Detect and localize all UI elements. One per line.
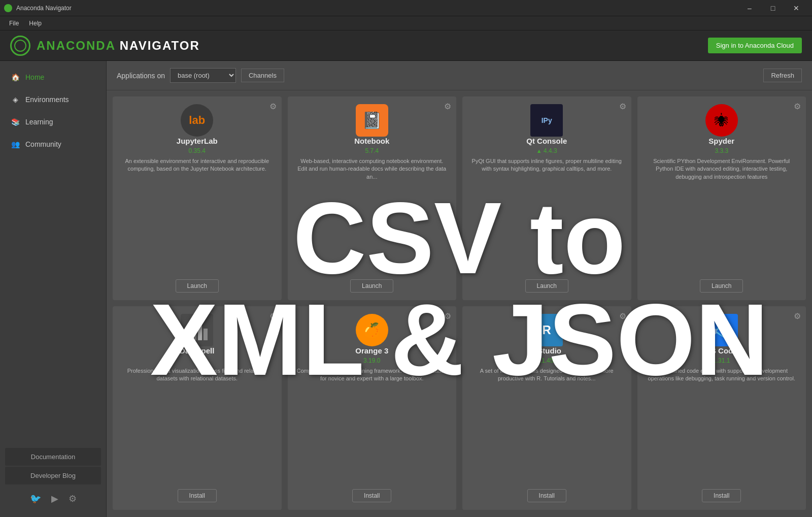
orange-version: 3.19.0 [363,357,380,364]
sidebar-item-learning[interactable]: 📚 Learning [0,111,106,133]
rstudio-logo-text: R [543,323,551,337]
jupyterlab-desc: An extensible environment for interactiv… [120,157,274,274]
qtconsole-desc: PyQt GUI that supports inline figures, p… [470,157,624,274]
notebook-version: 5.7.4 [365,147,379,154]
gear-icon-rstudio[interactable]: ⚙ [619,311,626,321]
notebook-name: Notebook [354,137,389,145]
qtconsole-version: ▲ 4.4.3 [536,147,557,154]
developer-blog-link[interactable]: Developer Blog [5,467,101,484]
gear-icon-qtconsole[interactable]: ⚙ [619,102,626,111]
rstudio-logo: R [530,314,563,346]
jupyterlab-name: JupyterLab [177,137,218,145]
qtconsole-name: Qt Console [526,137,567,145]
spyder-launch-button[interactable]: Launch [700,279,743,293]
environment-select[interactable]: base (root) root [170,68,236,83]
sidebar-label-environments: Environments [25,95,69,104]
menu-help[interactable]: Help [24,18,47,29]
sign-in-button[interactable]: Sign in to Anaconda Cloud [708,38,802,53]
community-icon: 👥 [10,139,20,149]
dataviz-desc: Professional data visualization across f… [120,367,274,484]
svg-rect-3 [204,329,208,340]
gear-icon-orange[interactable]: ⚙ [444,311,451,321]
sidebar-item-community[interactable]: 👥 Community [0,133,106,155]
channels-button[interactable]: Channels [241,69,284,82]
notebook-launch-button[interactable]: Launch [350,279,393,293]
gear-icon-notebook[interactable]: ⚙ [444,102,451,111]
orange-logo-icon: 🍊 [363,322,381,339]
orange-desc: Component based data mining framework. D… [295,367,449,484]
title-bar-left: Anaconda Navigator [4,4,72,12]
spyder-logo-icon: 🕷 [715,112,729,129]
dataviz-logo-svg [184,317,210,343]
app-card-vscode: ⚙ VS Code 1.31.1 Streamlined code editor… [637,306,806,510]
home-icon: 🏠 [10,72,20,82]
logo-navigator: NAVIGATOR [120,39,200,52]
app-card-orange: ⚙ 🍊 Orange 3 3.19.0 Component based data… [288,306,457,510]
jupyterlab-logo: lab [181,104,213,137]
vscode-name: VS Code [706,346,737,355]
notebook-desc: Web-based, interactive computing noteboo… [295,157,449,274]
svg-rect-2 [198,322,202,340]
gear-icon-spyder[interactable]: ⚙ [794,102,801,111]
vscode-logo-svg [709,318,734,342]
app-header: ANACONDA NAVIGATOR Sign in to Anaconda C… [0,30,812,61]
logo-area: ANACONDA NAVIGATOR [10,36,200,56]
maximize-button[interactable]: □ [761,0,785,16]
gear-icon-jupyterlab[interactable]: ⚙ [269,102,277,111]
app-title: Anaconda Navigator [16,5,72,12]
dataviz-install-button[interactable]: Install [178,489,217,502]
sidebar-label-community: Community [25,140,61,148]
app-card-qtconsole: ⚙ IPy Qt Console ▲ 4.4.3 PyQt GUI that s… [462,96,631,300]
qtconsole-logo: IPy [530,104,563,137]
documentation-link[interactable]: Documentation [5,448,101,466]
spyder-name: Spyder [708,137,734,145]
dataviz-version: 0.3 [193,357,201,364]
learning-icon: 📚 [10,117,20,127]
dataviz-logo [181,314,213,346]
window-controls: – □ ✕ [738,0,808,16]
sidebar: 🏠 Home ◈ Environments 📚 Learning 👥 Commu… [0,61,107,517]
vscode-version: 1.31.1 [713,357,730,364]
environments-icon: ◈ [10,94,20,105]
title-bar: Anaconda Navigator – □ ✕ [0,0,812,16]
jupyterlab-launch-button[interactable]: Launch [176,279,219,293]
notebook-logo-icon: 📓 [362,111,382,130]
svg-rect-0 [187,333,191,340]
twitter-icon[interactable]: 🐦 [30,493,41,504]
app-card-notebook: ⚙ 📓 Notebook 5.7.4 Web-based, interactiv… [288,96,457,300]
minimize-button[interactable]: – [738,0,761,16]
github-icon[interactable]: ⚙ [69,493,77,504]
youtube-icon[interactable]: ▶ [51,493,58,504]
gear-icon-vscode[interactable]: ⚙ [794,311,801,321]
sidebar-item-environments[interactable]: ◈ Environments [0,88,106,111]
gear-icon-dataviz[interactable]: ⚙ [269,311,277,321]
qtconsole-launch-button[interactable]: Launch [525,279,568,293]
logo-anaconda: ANACONDA [37,39,115,52]
main-layout: 🏠 Home ◈ Environments 📚 Learning 👥 Commu… [0,61,812,517]
logo-icon [10,36,30,56]
spyder-logo: 🕷 [705,104,738,137]
orange-install-button[interactable]: Install [352,489,391,502]
rstudio-install-button[interactable]: Install [527,489,566,502]
sidebar-item-home[interactable]: 🏠 Home [0,66,106,88]
content-header: Applications on base (root) root Channel… [107,61,812,90]
menu-file[interactable]: File [4,18,24,29]
app-card-dataviz: ⚙ DataSpell 0.3 Professional data visual… [113,306,282,510]
jupyterlab-version: 0.35.4 [189,147,206,154]
refresh-button[interactable]: Refresh [763,69,802,82]
vscode-desc: Streamlined code editor with support for… [645,367,799,484]
svg-rect-1 [192,328,196,340]
sidebar-bottom: Documentation Developer Blog 🐦 ▶ ⚙ [0,442,106,517]
notebook-logo: 📓 [356,104,388,137]
logo-text: ANACONDA NAVIGATOR [37,39,200,53]
spyder-desc: Scientific PYthon Development EnviRonmen… [645,157,799,274]
rstudio-version: 1.1.456 [536,357,557,364]
jupyterlab-logo-text: lab [189,114,205,127]
close-button[interactable]: ✕ [785,0,808,16]
orange-logo: 🍊 [356,314,388,346]
vscode-install-button[interactable]: Install [702,489,741,502]
app-card-spyder: ⚙ 🕷 Spyder 3.3.3 Scientific PYthon Devel… [637,96,806,300]
dataviz-name: DataSpell [180,346,214,355]
menu-bar: File Help [0,16,812,30]
sidebar-label-home: Home [25,73,44,81]
